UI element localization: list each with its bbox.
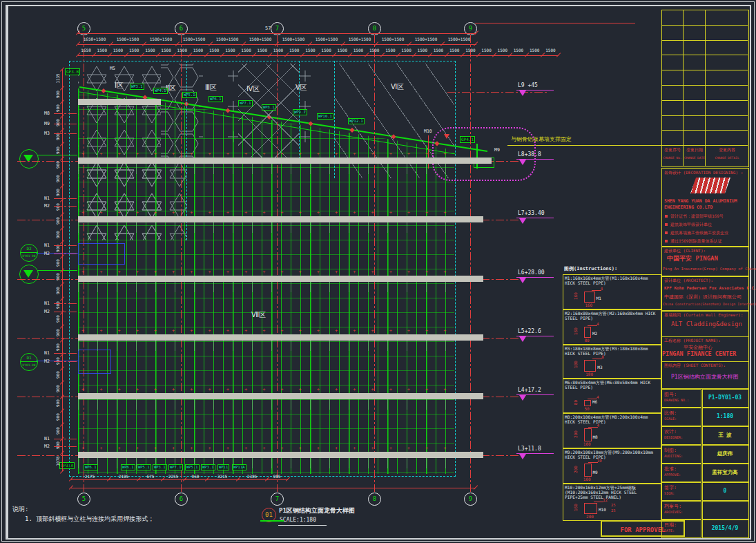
legend-section-rect: [584, 503, 597, 514]
legend-dim-t-leader: [588, 427, 598, 428]
grid-centerline-8: [374, 35, 375, 492]
member-label: M2: [44, 359, 50, 364]
field-label-cn: 图号:: [664, 392, 677, 397]
legend-item-text: M10:200x160x12mm方管+25mm钢板(M10:200x160x12…: [565, 485, 659, 499]
level-triangle-icon: [519, 218, 526, 224]
cad-sheet: 57485 与钢骨铝板幕墙支撑固定 说明: 1. 顶部斜横框与立柱与连接均采用焊…: [0, 0, 756, 543]
dim-text-top: 1500: [430, 48, 446, 53]
wp-panel-label: WP4.1: [153, 88, 168, 94]
gp-label-cloud: GP4.1: [460, 136, 475, 143]
legend-section-rect: [584, 428, 592, 441]
revision-table-hline: [661, 130, 748, 131]
bottom-panel-label: WP6.1: [121, 464, 135, 470]
legend-dim-h: 200: [573, 460, 578, 478]
slab-weld-marks: +++++++++++++++++++++: [81, 328, 458, 334]
wp-panel-label: WP7.1: [238, 100, 253, 106]
bottom-panel-label: WP11: [217, 464, 229, 470]
wp-panel-label: WP10.1: [317, 113, 333, 120]
field-value: 王 波: [702, 432, 748, 439]
legend-item-text: M9:200x100x10mm方管(M9:200x100x10mm HICK S…: [565, 450, 659, 459]
dim-text-top: 1500: [158, 48, 174, 53]
wp-panel-label: WP6.1: [209, 96, 223, 102]
legend-member-code: M9: [593, 470, 598, 475]
member-label: N1: [44, 242, 50, 248]
sheet-contents-title: 图纸内容 (SHEET CONTENTS):: [664, 363, 726, 369]
wp-panel-label: WP8.1: [262, 104, 276, 111]
member-label: M2: [44, 203, 50, 209]
member-label-roof: M10: [424, 128, 432, 134]
client-title: 建设单位 (CLIENT):: [664, 248, 706, 254]
field-label-cn: 签字:: [664, 485, 677, 490]
detail-bubble-d1: D1 DY01-08: [20, 353, 38, 371]
legend-section-rect: [584, 464, 592, 477]
field-value: 2015/4/9: [702, 525, 748, 531]
legend-dim-t: 10: [597, 458, 602, 463]
dim-text-top: 1500: [142, 48, 158, 53]
blue-highlight-box-1: [78, 243, 125, 265]
architect-title: 设计单位 (ARCHITECT):: [664, 278, 713, 284]
dim-text-pair: 1500+1500: [277, 37, 310, 41]
level-label: L8+38.8: [518, 151, 541, 158]
section-arrow-icon: [23, 270, 33, 278]
dim-text-bottom: 2385: [240, 474, 264, 479]
revision-col-header-en: CHANGE No.: [662, 156, 683, 160]
facade-boundary: [69, 61, 456, 477]
dim-text-bottom: 2255: [162, 474, 185, 479]
architect-l3: China Construction(Shenzhen) Design Inte…: [663, 302, 756, 306]
zone-label: Ⅰ区: [115, 81, 124, 90]
field-label-en: DRAWING NO.:: [664, 398, 689, 402]
level-triangle-icon: [519, 454, 526, 459]
dim-text-bottom: 2195: [112, 474, 135, 479]
level-label: L7+33.40: [518, 210, 545, 216]
level-triangle-icon: [519, 90, 526, 96]
revision-table-hline: [661, 115, 748, 116]
grid-bubble-bottom-5: 5: [77, 493, 90, 506]
decoration-bullet: 设计证书：建设部甲级169号: [670, 213, 724, 220]
decoration-bullet: 通过ISO9国际质量体系认证: [670, 238, 721, 245]
dim-text-top: 1500: [334, 48, 350, 53]
floor-slab: [78, 276, 483, 282]
architect-l1: KPF Kohn Pedersen Fox Associates P.C.: [664, 285, 756, 290]
legend-member-code: M10: [599, 507, 606, 512]
dim-text-pair: 1500+1500: [343, 37, 376, 41]
dim-text-top: 1500: [350, 48, 366, 53]
dim-text-top: 1500: [270, 48, 286, 53]
curtain-wall-title: 幕墙顾问 (Curtain Wall Engineer):: [664, 312, 743, 318]
member-leader: [54, 303, 78, 304]
dim-text-pair: 1500+1500: [177, 37, 211, 41]
field-value: 赵庆伟: [702, 450, 748, 457]
legend-item-text: M1:160x160x4mm方管(M1:160x160x4mm HICK STE…: [565, 276, 659, 285]
revision-table-hline: [661, 85, 748, 86]
bullet-square-icon: [665, 240, 668, 242]
dim-text-top: 1500: [527, 48, 543, 53]
bottom-panel-label: WP5.1: [137, 464, 151, 470]
bottom-panel-label: WP11A: [232, 464, 246, 470]
dim-text-top: 1500: [494, 48, 510, 53]
field-value-box: [702, 501, 749, 520]
dim-line-bottom-total: [71, 488, 476, 488]
slab-hanger-comb: [78, 341, 456, 351]
frame-left-thick-bar: [6, 5, 8, 538]
detail-sheet-ref: DY01-08: [21, 253, 37, 259]
bottom-panel-label: WP7.1: [168, 464, 183, 470]
member-leader: [54, 124, 78, 124]
legend-dim-h: 200: [573, 425, 578, 443]
zone-label: Ⅵ区: [391, 82, 404, 92]
dim-text-pair: 1500+1500: [111, 37, 144, 41]
level-triangle-icon: [519, 395, 526, 401]
revision-table-hline: [661, 100, 748, 101]
field-value: 1:180: [702, 413, 748, 419]
dim-text-top: 1500: [318, 48, 334, 53]
level-label: L5+22.6: [518, 328, 541, 334]
field-value: 孟祥宝力高: [702, 469, 748, 476]
field-label-en: DESIGNER:: [664, 435, 683, 439]
revision-col-header-en: CHANGE DATE: [684, 156, 705, 160]
legend-section-rect: [584, 327, 591, 338]
view-scale-underline: [278, 525, 327, 526]
dim-text-top: 1500: [94, 48, 110, 53]
legend-member-code: M8: [593, 435, 598, 439]
detail-bubble-d2: D2 DY01-08: [20, 244, 38, 262]
zone-label: Ⅶ区: [251, 310, 266, 320]
legend-dim-h: 160: [573, 287, 578, 305]
legend-dim-t-leader: [592, 290, 601, 291]
